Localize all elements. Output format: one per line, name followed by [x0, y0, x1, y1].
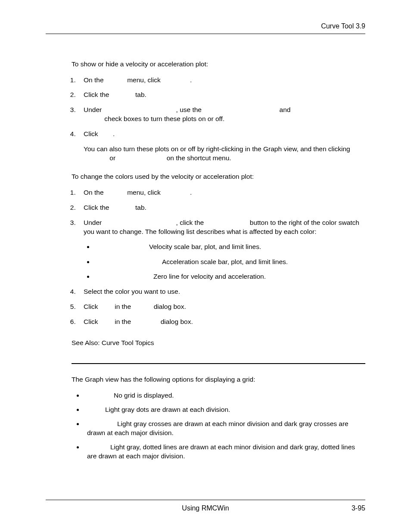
text: You can also turn these plots on or off …	[84, 145, 350, 152]
text: On the	[84, 189, 106, 196]
footer-right: 3-95	[352, 504, 365, 513]
text: Click	[84, 130, 100, 137]
text: menu, click	[125, 189, 162, 196]
text: button to the right of the color swatch …	[84, 219, 359, 235]
step2-6: Click in the dialog box.	[78, 317, 365, 327]
text: Velocity scale bar, plot, and limit line…	[149, 243, 261, 250]
text: .	[113, 130, 115, 137]
color-bullets: Velocity scale bar, plot, and limit line…	[84, 243, 365, 282]
step2-5: Click in the dialog box.	[78, 302, 365, 311]
grid-option-lines: Light gray, dotted lines are drawn at ea…	[84, 443, 365, 461]
text: menu, click	[125, 76, 162, 84]
text: .	[190, 76, 192, 84]
section-divider	[72, 363, 365, 364]
page-content: To show or hide a velocity or accelerati…	[46, 60, 365, 461]
text: , use the	[176, 106, 204, 113]
color-bullet-acceleration: Acceleration scale bar, plot, and limit …	[94, 258, 365, 267]
grid-option-none: No grid is displayed.	[84, 391, 365, 400]
color-bullet-velocity: Velocity scale bar, plot, and limit line…	[94, 243, 365, 252]
section3-intro: The Graph view has the following options…	[72, 375, 365, 384]
text: tab.	[134, 91, 146, 98]
text: Click the	[84, 91, 111, 98]
text: in the	[113, 303, 133, 310]
text: On the	[84, 76, 106, 84]
text: tab.	[134, 204, 146, 211]
step-3: Under , use the and check boxes to turn …	[78, 106, 365, 124]
step-4: Click . You can also turn these plots on…	[78, 130, 365, 163]
text: in the	[113, 318, 133, 325]
grid-options-list: No grid is displayed. Light gray dots ar…	[72, 391, 365, 461]
footer-center: Using RMCWin	[182, 504, 229, 513]
text: Light gray crosses are drawn at each min…	[87, 420, 349, 436]
grid-option-dots: Light gray dots are drawn at each divisi…	[84, 405, 365, 414]
text: check boxes to turn these plots on or of…	[103, 115, 224, 122]
text: Light gray, dotted lines are drawn at ea…	[87, 443, 355, 460]
text: Light gray dots are drawn at each divisi…	[105, 406, 230, 413]
section1-steps: On the menu, click . Click the tab. Unde…	[72, 76, 365, 163]
step2-1: On the menu, click .	[78, 188, 365, 197]
text: Click the	[84, 204, 111, 211]
page-footer: Using RMCWin 3-95	[46, 500, 365, 513]
text: , click the	[176, 219, 206, 226]
text: Zero line for velocity and acceleration.	[153, 273, 266, 280]
text: on the shortcut menu.	[165, 154, 231, 162]
section2-intro: To change the colors used by the velocit…	[72, 172, 365, 181]
text: dialog box.	[159, 318, 193, 325]
step2-4: Select the color you want to use.	[78, 287, 365, 296]
step2-2: Click the tab.	[78, 203, 365, 212]
step-2: Click the tab.	[78, 90, 365, 100]
text: Click	[84, 318, 100, 325]
step-1: On the menu, click .	[78, 76, 365, 85]
header-right-text: Curve Tool 3.9	[46, 22, 365, 31]
text: .	[190, 189, 192, 196]
step2-3: Under , click the button to the right of…	[78, 218, 365, 282]
grid-option-crosses: Light gray crosses are drawn at each min…	[84, 420, 365, 438]
text: Acceleration scale bar, plot, and limit …	[162, 258, 288, 265]
text: dialog box.	[152, 303, 186, 310]
see-also: See Also: Curve Tool Topics	[72, 339, 365, 348]
page: Curve Tool 3.9 To show or hide a velocit…	[0, 0, 411, 532]
text: Under	[84, 219, 104, 226]
text: or	[108, 154, 117, 162]
page-header: Curve Tool 3.9	[46, 22, 365, 34]
text: No grid is displayed.	[114, 392, 174, 399]
text: and	[277, 106, 292, 113]
section2-steps: On the menu, click . Click the tab. Unde…	[72, 188, 365, 327]
section1-intro: To show or hide a velocity or accelerati…	[72, 60, 365, 69]
step-4-note: You can also turn these plots on or off …	[84, 145, 365, 163]
text: Under	[84, 106, 104, 113]
color-bullet-zero: Zero line for velocity and acceleration.	[94, 272, 365, 281]
text: Click	[84, 303, 100, 310]
